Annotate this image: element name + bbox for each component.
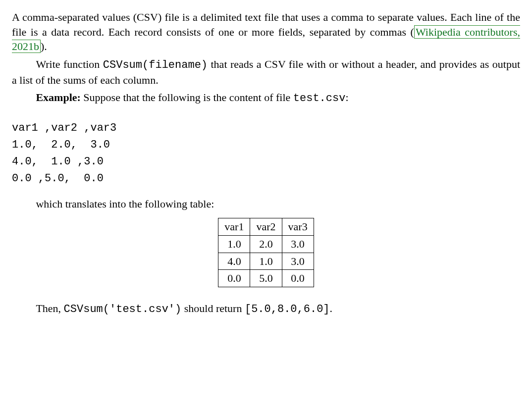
table-header-cell: var3 xyxy=(282,218,314,236)
example-tail: : xyxy=(345,91,348,104)
intro-tail: ). xyxy=(41,40,47,52)
table-cell: 3.0 xyxy=(282,253,314,270)
result-lead: Then, xyxy=(36,302,63,314)
table-row: 1.0 2.0 3.0 xyxy=(218,235,314,253)
task-lead: Write function xyxy=(36,58,103,70)
result-value: [5.0,8.0,6.0] xyxy=(245,303,330,315)
table-wrapper: var1 var2 var3 1.0 2.0 3.0 4.0 1.0 3.0 0… xyxy=(12,218,520,287)
table-cell: 2.0 xyxy=(250,235,282,253)
table-intro: which translates into the following tabl… xyxy=(12,197,520,211)
task-paragraph: Write function CSVsum(filename) that rea… xyxy=(12,57,520,87)
intro-paragraph: A comma-separated values (CSV) file is a… xyxy=(12,10,520,54)
table-cell: 4.0 xyxy=(218,253,250,270)
table-cell: 1.0 xyxy=(218,235,250,253)
table-row: 4.0 1.0 3.0 xyxy=(218,253,314,270)
csv-content-block: var1 ,var2 ,var3 1.0, 2.0, 3.0 4.0, 1.0 … xyxy=(12,120,520,187)
table-cell: 0.0 xyxy=(282,270,314,287)
example-label: Example: xyxy=(36,91,80,104)
example-paragraph: Example: Suppose that the following is t… xyxy=(12,90,520,106)
table-cell: 1.0 xyxy=(250,253,282,270)
result-paragraph: Then, CSVsum('test.csv') should return [… xyxy=(12,301,520,317)
table-cell: 5.0 xyxy=(250,270,282,287)
table-row: 0.0 5.0 0.0 xyxy=(218,270,314,287)
table-header-cell: var2 xyxy=(250,218,282,236)
result-mid: should return xyxy=(181,302,245,314)
result-call: CSVsum('test.csv') xyxy=(64,303,182,315)
example-filename: test.csv xyxy=(293,92,346,104)
function-signature: CSVsum(filename) xyxy=(103,59,208,71)
table-header-cell: var1 xyxy=(218,218,250,236)
example-lead: Suppose that the following is the conten… xyxy=(81,91,293,104)
table-cell: 3.0 xyxy=(282,235,314,253)
data-table: var1 var2 var3 1.0 2.0 3.0 4.0 1.0 3.0 0… xyxy=(218,218,314,287)
table-cell: 0.0 xyxy=(218,270,250,287)
table-row: var1 var2 var3 xyxy=(218,218,314,236)
result-tail: . xyxy=(330,302,333,314)
